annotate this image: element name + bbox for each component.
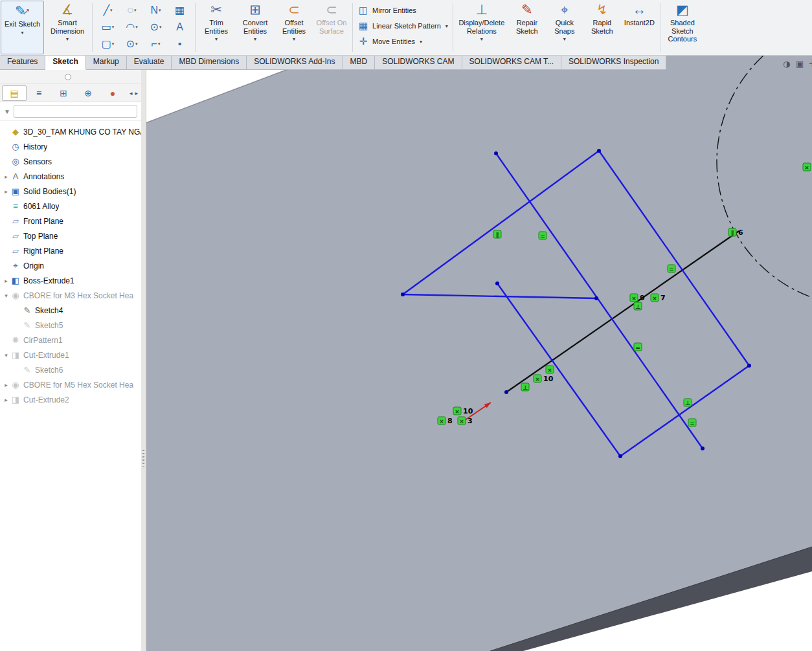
sketch-point[interactable]: [504, 390, 508, 394]
offset-entities-button[interactable]: ⊂ Offset Entities ▾: [275, 0, 313, 55]
expand-arrow-icon[interactable]: ▸: [2, 173, 10, 180]
linear-pattern-flyout-caret[interactable]: ▾: [445, 23, 448, 29]
move-entities-button[interactable]: ✛ Move Entities ▾: [357, 35, 448, 48]
arc-tool-button[interactable]: ◠▾: [120, 19, 144, 36]
linear-sketch-pattern-button[interactable]: ▦ Linear Sketch Pattern ▾: [357, 19, 448, 32]
fillet-tool-flyout-caret[interactable]: ▾: [158, 41, 161, 47]
point-tool-button[interactable]: ⊙▾: [120, 36, 144, 52]
model-face[interactable]: [146, 55, 812, 651]
text-tool-button[interactable]: A: [168, 19, 192, 36]
relation-badge[interactable]: ×8: [438, 417, 453, 425]
tab-displaymanager[interactable]: ●: [100, 86, 125, 100]
sketch-point[interactable]: [597, 149, 601, 153]
tab-dimxpertmanager[interactable]: ⊕: [76, 86, 100, 100]
rectangle-tool-flyout-caret[interactable]: ▾: [112, 25, 115, 30]
tree-item-annotations[interactable]: ▸ A Annotations: [0, 169, 141, 184]
tab-features[interactable]: Features: [0, 55, 45, 70]
rapid-sketch-button[interactable]: ↯ Rapid Sketch: [583, 0, 621, 55]
tab-scroll-left-icon[interactable]: ◂: [130, 90, 133, 96]
tree-item-sketch5[interactable]: ✎ Sketch5: [0, 318, 141, 333]
tab-markup[interactable]: Markup: [86, 55, 127, 70]
tab-configurationmanager[interactable]: ⊞: [51, 86, 76, 100]
tree-item-origin[interactable]: ⌖ Origin: [0, 258, 141, 273]
display-delete-relations-button[interactable]: ⊥ Display/Delete Relations ▾: [455, 0, 508, 55]
tree-item-cut-extrude1[interactable]: ▾ ◨ Cut-Extrude1: [0, 348, 141, 362]
panel-collapse-handle[interactable]: [65, 74, 71, 80]
tab-solidworks-add-ins[interactable]: SOLIDWORKS Add-Ins: [247, 55, 343, 70]
tree-item-cbore-for-m5-hex-socket-hea[interactable]: ▸ ◉ CBORE for M5 Hex Socket Hea: [0, 377, 141, 392]
sketch-point[interactable]: [495, 281, 499, 285]
tree-item-cut-extrude2[interactable]: ▸ ◨ Cut-Extrude2: [0, 392, 141, 407]
tab-solidworks-cam-t[interactable]: SOLIDWORKS CAM T...: [462, 55, 561, 70]
point-tool-flyout-caret[interactable]: ▾: [135, 41, 138, 47]
repair-sketch-button[interactable]: ✎ Repair Sketch: [508, 0, 546, 55]
smart-dimension-button[interactable]: ∡ Smart Dimension ▾: [45, 0, 90, 55]
expand-arrow-icon[interactable]: ▸: [2, 188, 10, 195]
relation-badge[interactable]: =: [668, 265, 675, 272]
exit-sketch-button[interactable]: ✎↗ Exit Sketch ▾: [1, 1, 44, 54]
expand-arrow-icon[interactable]: ▾: [2, 292, 10, 299]
expand-arrow-icon[interactable]: ▸: [2, 382, 10, 388]
relation-badge[interactable]: ×10: [534, 375, 554, 383]
ellipse-tool-button[interactable]: ⊙▾: [144, 19, 168, 36]
tree-item-history[interactable]: ◷ History: [0, 139, 141, 154]
relation-badge[interactable]: ×: [803, 163, 811, 171]
convert-entities-button[interactable]: ⊞ Convert Entities ▾: [235, 0, 275, 55]
splitter-handle-icon[interactable]: [142, 450, 144, 467]
relation-badge[interactable]: ×9: [630, 294, 645, 302]
relation-badge[interactable]: ⊥: [684, 399, 692, 406]
relation-badge[interactable]: ×3: [458, 417, 473, 425]
display-delete-flyout-caret[interactable]: ▾: [480, 36, 483, 42]
shaded-sketch-contours-button[interactable]: ◩ Shaded Sketch Contours: [662, 0, 703, 55]
sketch-point[interactable]: [594, 296, 598, 300]
relation-badge[interactable]: ∥6: [728, 228, 743, 237]
circle-tool-button[interactable]: ◌▾: [120, 2, 144, 19]
trim-entities-button[interactable]: ✂ Trim Entities ▾: [197, 0, 235, 55]
sketch-point[interactable]: [618, 454, 622, 458]
tree-item-top-plane[interactable]: ▱ Top Plane: [0, 228, 141, 243]
tab-solidworks-inspection[interactable]: SOLIDWORKS Inspection: [561, 55, 666, 70]
relation-badge[interactable]: ∥: [493, 230, 501, 238]
tree-item-solid-bodies-1[interactable]: ▸ ▣ Solid Bodies(1): [0, 184, 141, 199]
tree-item-3d-30-tam-khung-co-tay-ngai[interactable]: ◆ 3D_30_TAM KHUNG CO TAY NGAI: [0, 124, 141, 139]
tree-item-right-plane[interactable]: ▱ Right Plane: [0, 243, 141, 258]
quick-snaps-button[interactable]: ⌖ Quick Snaps ▾: [546, 0, 583, 55]
tree-item-front-plane[interactable]: ▱ Front Plane: [0, 214, 141, 228]
relation-badge[interactable]: ⊥: [521, 383, 529, 391]
filter-input[interactable]: [14, 105, 137, 118]
relation-badge[interactable]: ×: [546, 366, 554, 373]
sketch-point[interactable]: [747, 364, 751, 368]
tree-item-sketch6[interactable]: ✎ Sketch6: [0, 362, 141, 377]
tab-mbd-dimensions[interactable]: MBD Dimensions: [172, 55, 247, 70]
relation-badge[interactable]: ×7: [651, 294, 666, 302]
offset-flyout-caret[interactable]: ▾: [293, 36, 295, 42]
tab-solidworks-cam[interactable]: SOLIDWORKS CAM: [375, 55, 462, 70]
slot-tool-button[interactable]: ▢▾: [96, 36, 120, 52]
move-flyout-caret[interactable]: ▾: [420, 39, 422, 45]
tab-scroll-right-icon[interactable]: ▸: [135, 90, 138, 96]
sketch-grid-tool-button[interactable]: ▦: [168, 2, 192, 19]
mirror-entities-button[interactable]: ◫ Mirror Entities: [357, 4, 448, 17]
tab-sketch[interactable]: Sketch: [45, 55, 85, 70]
smart-dimension-flyout-caret[interactable]: ▾: [66, 36, 69, 42]
quick-snaps-flyout-caret[interactable]: ▾: [563, 36, 566, 42]
tab-featuremanager[interactable]: ▤: [2, 85, 27, 101]
tree-item-sensors[interactable]: ◎ Sensors: [0, 154, 141, 169]
tab-propertymanager[interactable]: ≡: [27, 86, 51, 100]
slot-tool-flyout-caret[interactable]: ▾: [112, 41, 115, 47]
circle-tool-flyout-caret[interactable]: ▾: [134, 8, 137, 13]
rectangle-tool-button[interactable]: ▭▾: [96, 19, 120, 36]
construction-tool-button[interactable]: ▪: [168, 36, 192, 52]
expand-arrow-icon[interactable]: ▸: [2, 278, 10, 284]
tree-item-cbore-for-m3-hex-socket-hea[interactable]: ▾ ◉ CBORE for M3 Hex Socket Hea: [0, 288, 141, 303]
tree-item-boss-extrude1[interactable]: ▸ ◧ Boss-Extrude1: [0, 273, 141, 288]
spline-tool-button[interactable]: N▾: [144, 2, 168, 19]
tab-mbd[interactable]: MBD: [343, 55, 376, 70]
exit-sketch-flyout-caret[interactable]: ▾: [21, 30, 24, 36]
fillet-tool-button[interactable]: ⌐▾: [144, 36, 168, 52]
heads-up-icon[interactable]: ✛: [809, 59, 812, 69]
panel-splitter[interactable]: [141, 69, 146, 651]
trim-flyout-caret[interactable]: ▾: [215, 36, 218, 42]
expand-arrow-icon[interactable]: ▾: [2, 352, 10, 359]
ellipse-tool-flyout-caret[interactable]: ▾: [159, 25, 162, 30]
